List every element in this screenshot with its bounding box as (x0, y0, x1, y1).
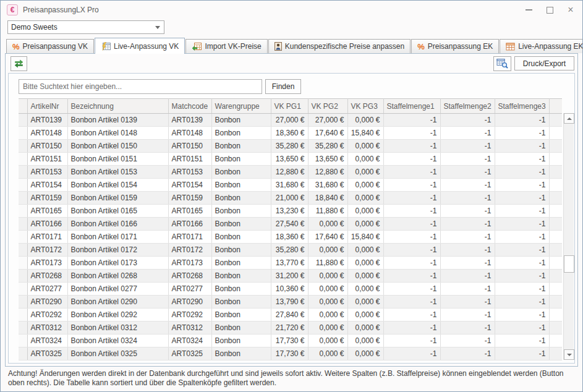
cell-warengruppe[interactable]: Bonbon (211, 257, 271, 270)
cell-staffelmenge1[interactable]: -1 (383, 309, 440, 322)
cell-bezeichnung[interactable]: Bonbon Artikel 0173 (67, 257, 168, 270)
scrollbar-down-button[interactable] (564, 349, 574, 360)
cell-vk_pg1[interactable]: 31,200 € (271, 270, 308, 283)
cell-vk_pg3[interactable]: 0,000 € (347, 283, 383, 296)
cell-warengruppe[interactable]: Bonbon (211, 283, 271, 296)
row-indicator[interactable] (19, 114, 27, 127)
cell-warengruppe[interactable]: Bonbon (211, 140, 271, 153)
cell-artikelnr[interactable]: ART0277 (27, 283, 67, 296)
cell-staffelmenge3[interactable]: -1 (495, 166, 549, 179)
cell-vk_pg3[interactable]: 0,000 € (347, 296, 383, 309)
cell-staffelmenge3[interactable]: -1 (495, 231, 549, 244)
cell-bezeichnung[interactable]: Bonbon Artikel 0324 (67, 334, 168, 347)
cell-staffelmenge1[interactable]: -1 (383, 244, 440, 257)
cell-matchcode[interactable]: ART0154 (168, 179, 211, 192)
cell-staffelmenge2[interactable]: -1 (440, 114, 495, 127)
row-indicator[interactable] (19, 127, 27, 140)
cell-staffelmenge2[interactable]: -1 (440, 166, 495, 179)
cell-vk_pg1[interactable]: 17,730 € (271, 347, 308, 360)
column-header-bezeichnung[interactable]: Bezeichnung (67, 99, 168, 114)
cell-vk_pg2[interactable]: 0,000 € (308, 218, 347, 231)
cell-vk_pg2[interactable]: 0,000 € (308, 296, 347, 309)
cell-bezeichnung[interactable]: Bonbon Artikel 0154 (67, 179, 168, 192)
cell-staffelmenge2[interactable]: -1 (440, 322, 495, 334)
search-input[interactable] (19, 79, 262, 94)
cell-staffelmenge2[interactable]: -1 (440, 309, 495, 322)
table-row[interactable]: ART0154Bonbon Artikel 0154ART0154Bonbon3… (19, 179, 562, 192)
cell-staffelmenge2[interactable]: -1 (440, 205, 495, 218)
cell-vk_pg2[interactable]: 17,640 € (308, 231, 347, 244)
cell-vk_pg3[interactable]: 0,000 € (347, 244, 383, 257)
cell-artikelnr[interactable]: ART0166 (27, 218, 67, 231)
cell-matchcode[interactable]: ART0166 (168, 218, 211, 231)
cell-warengruppe[interactable]: Bonbon (211, 179, 271, 192)
cell-bezeichnung[interactable]: Bonbon Artikel 0268 (67, 270, 168, 283)
cell-bezeichnung[interactable]: Bonbon Artikel 0312 (67, 322, 168, 334)
cell-vk_pg2[interactable]: 0,000 € (308, 347, 347, 360)
minimize-button[interactable] (518, 1, 539, 19)
cell-staffelmenge3[interactable]: -1 (495, 270, 549, 283)
cell-warengruppe[interactable]: Bonbon (211, 218, 271, 231)
cell-vk_pg1[interactable]: 27,840 € (271, 309, 308, 322)
cell-staffelmenge2[interactable]: -1 (440, 347, 495, 360)
cell-vk_pg2[interactable]: 35,280 € (308, 140, 347, 153)
cell-artikelnr[interactable]: ART0268 (27, 270, 67, 283)
cell-vk_pg3[interactable]: 0,000 € (347, 270, 383, 283)
close-button[interactable]: × (560, 1, 581, 19)
cell-vk_pg3[interactable]: 0,000 € (347, 179, 383, 192)
cell-warengruppe[interactable]: Bonbon (211, 205, 271, 218)
tab-import-vk-preise[interactable]: Import VK-Preise (185, 39, 267, 53)
cell-staffelmenge1[interactable]: -1 (383, 179, 440, 192)
row-indicator[interactable] (19, 218, 27, 231)
row-indicator[interactable] (19, 257, 27, 270)
cell-staffelmenge2[interactable]: -1 (440, 283, 495, 296)
cell-vk_pg1[interactable]: 35,280 € (271, 140, 308, 153)
cell-vk_pg3[interactable]: 0,000 € (347, 218, 383, 231)
table-row[interactable]: ART0312Bonbon Artikel 0312ART0312Bonbon2… (19, 322, 562, 334)
cell-vk_pg2[interactable]: 11,880 € (308, 205, 347, 218)
cell-staffelmenge1[interactable]: -1 (383, 257, 440, 270)
cell-vk_pg1[interactable]: 17,730 € (271, 334, 308, 347)
cell-staffelmenge1[interactable]: -1 (383, 270, 440, 283)
cell-vk_pg2[interactable]: 12,880 € (308, 166, 347, 179)
cell-bezeichnung[interactable]: Bonbon Artikel 0166 (67, 218, 168, 231)
table-row[interactable]: ART0171Bonbon Artikel 0171ART0171Bonbon1… (19, 231, 562, 244)
cell-staffelmenge3[interactable]: -1 (495, 347, 549, 360)
cell-warengruppe[interactable]: Bonbon (211, 114, 271, 127)
cell-vk_pg3[interactable]: 0,000 € (347, 192, 383, 205)
cell-matchcode[interactable]: ART0277 (168, 283, 211, 296)
cell-matchcode[interactable]: ART0268 (168, 270, 211, 283)
row-indicator[interactable] (19, 244, 27, 257)
cell-matchcode[interactable]: ART0312 (168, 322, 211, 334)
maximize-button[interactable] (539, 1, 560, 19)
cell-warengruppe[interactable]: Bonbon (211, 322, 271, 334)
cell-artikelnr[interactable]: ART0292 (27, 309, 67, 322)
cell-staffelmenge1[interactable]: -1 (383, 283, 440, 296)
table-row[interactable]: ART0139Bonbon Artikel 0139ART0139Bonbon2… (19, 114, 562, 127)
cell-vk_pg1[interactable]: 13,790 € (271, 296, 308, 309)
cell-staffelmenge1[interactable]: -1 (383, 231, 440, 244)
cell-vk_pg1[interactable]: 13,770 € (271, 257, 308, 270)
cell-vk_pg1[interactable]: 27,000 € (271, 114, 308, 127)
cell-artikelnr[interactable]: ART0139 (27, 114, 67, 127)
cell-staffelmenge2[interactable]: -1 (440, 296, 495, 309)
cell-vk_pg3[interactable]: 0,000 € (347, 322, 383, 334)
cell-vk_pg2[interactable]: 0,000 € (308, 283, 347, 296)
column-header-staffelmenge3[interactable]: Staffelmenge3 (495, 99, 549, 114)
cell-staffelmenge2[interactable]: -1 (440, 257, 495, 270)
cell-vk_pg2[interactable]: 18,840 € (308, 192, 347, 205)
cell-warengruppe[interactable]: Bonbon (211, 127, 271, 140)
table-row[interactable]: ART0148Bonbon Artikel 0148ART0148Bonbon1… (19, 127, 562, 140)
cell-bezeichnung[interactable]: Bonbon Artikel 0150 (67, 140, 168, 153)
cell-vk_pg1[interactable]: 18,360 € (271, 127, 308, 140)
cell-artikelnr[interactable]: ART0172 (27, 244, 67, 257)
cell-matchcode[interactable]: ART0151 (168, 153, 211, 166)
cell-staffelmenge2[interactable]: -1 (440, 192, 495, 205)
cell-vk_pg3[interactable]: 0,000 € (347, 309, 383, 322)
cell-vk_pg2[interactable]: 0,000 € (308, 334, 347, 347)
cell-staffelmenge3[interactable]: -1 (495, 192, 549, 205)
cell-vk_pg1[interactable]: 21,000 € (271, 192, 308, 205)
cell-staffelmenge3[interactable]: -1 (495, 257, 549, 270)
row-indicator[interactable] (19, 140, 27, 153)
cell-staffelmenge3[interactable]: -1 (495, 296, 549, 309)
